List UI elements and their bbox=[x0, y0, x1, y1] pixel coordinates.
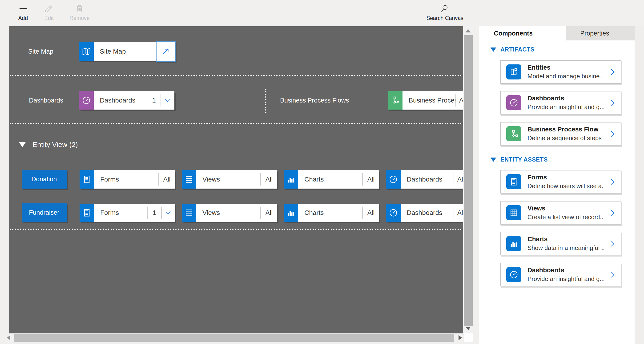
chevron-right-icon[interactable] bbox=[604, 99, 621, 107]
business-process-flow-card[interactable]: Business Proces... All bbox=[388, 91, 463, 110]
component-card-desc: Model and manage busine... bbox=[528, 73, 604, 80]
chevron-down-icon[interactable] bbox=[161, 96, 174, 104]
component-card-dashboards-asset[interactable]: Dashboards Provide an insightful and g..… bbox=[500, 263, 621, 286]
views-card-fundraiser[interactable]: Views All bbox=[182, 204, 277, 222]
card-value: All bbox=[454, 176, 463, 183]
chevron-right-icon[interactable] bbox=[604, 271, 621, 279]
views-card-donation[interactable]: Views All bbox=[182, 170, 277, 189]
gauge-icon bbox=[506, 267, 521, 282]
component-card-title: Entities bbox=[528, 64, 604, 71]
designer-canvas: Site Map Site Map Dashboards Dashboards … bbox=[9, 26, 463, 334]
panel-tabbar: Components Properties bbox=[479, 26, 644, 40]
scroll-up-arrow[interactable] bbox=[466, 29, 471, 32]
chevron-right-icon[interactable] bbox=[604, 209, 621, 217]
card-title: Charts bbox=[298, 209, 362, 217]
map-icon bbox=[79, 42, 94, 61]
component-card-title: Dashboards bbox=[528, 95, 604, 102]
component-card-views[interactable]: Views Create a list view of record... bbox=[500, 201, 621, 225]
forms-card-fundraiser[interactable]: Forms 1 bbox=[80, 204, 175, 222]
artifacts-section-header[interactable]: ARTIFACTS bbox=[490, 46, 534, 53]
component-card-desc: Define how users will see a... bbox=[528, 182, 604, 190]
entity-view-header[interactable]: Entity View (2) bbox=[19, 141, 78, 149]
chevron-down-icon[interactable] bbox=[162, 209, 175, 217]
bar-chart-icon bbox=[284, 204, 298, 222]
card-title: Dashboards bbox=[400, 176, 454, 183]
gauge-icon bbox=[79, 91, 94, 110]
search-canvas-label: Search Canvas bbox=[426, 15, 463, 21]
dotted-separator bbox=[9, 229, 463, 230]
bar-chart-icon bbox=[506, 236, 521, 251]
dashboards-row-label: Dashboards bbox=[29, 97, 63, 104]
component-card-desc: Provide an insightful and g... bbox=[528, 275, 604, 283]
card-value: All bbox=[363, 176, 379, 183]
scrollbar-corner bbox=[464, 334, 473, 342]
entity-button-fundraiser[interactable]: Fundraiser bbox=[22, 203, 66, 222]
form-icon bbox=[506, 174, 521, 189]
card-value: All bbox=[363, 209, 379, 217]
component-card-title: Charts bbox=[528, 236, 604, 243]
card-value: All bbox=[159, 176, 175, 183]
card-value: All bbox=[261, 176, 277, 183]
triangle-down-icon bbox=[490, 47, 496, 52]
edit-button[interactable]: Edit bbox=[39, 2, 59, 25]
scroll-left-arrow[interactable] bbox=[7, 335, 10, 340]
component-card-forms[interactable]: Forms Define how users will see a... bbox=[500, 170, 621, 194]
add-button[interactable]: Add bbox=[13, 2, 33, 25]
open-site-map-button[interactable] bbox=[156, 41, 176, 62]
vertical-scroll-thumb[interactable] bbox=[464, 35, 473, 326]
chevron-right-icon[interactable] bbox=[604, 240, 621, 248]
triangle-down-icon bbox=[490, 158, 496, 162]
scroll-down-arrow[interactable] bbox=[466, 327, 471, 330]
tab-components[interactable]: Components bbox=[479, 26, 566, 40]
card-value: 1 bbox=[148, 209, 161, 217]
remove-label: Remove bbox=[70, 15, 90, 21]
chevron-right-icon[interactable] bbox=[604, 130, 621, 138]
entity-assets-section-header[interactable]: ENTITY ASSETS bbox=[490, 156, 548, 163]
edit-label: Edit bbox=[44, 15, 54, 21]
flow-icon bbox=[388, 91, 402, 110]
gauge-icon bbox=[386, 170, 400, 189]
dashboards-card-fundraiser[interactable]: Dashboards All bbox=[386, 204, 463, 222]
canvas-horizontal-scrollbar[interactable] bbox=[5, 334, 463, 342]
section-header-label: ENTITY ASSETS bbox=[500, 156, 548, 163]
dotted-separator bbox=[9, 123, 463, 124]
component-card-title: Forms bbox=[528, 174, 604, 181]
card-title: Dashboards bbox=[400, 209, 454, 217]
canvas-vertical-scrollbar[interactable] bbox=[464, 26, 473, 334]
components-panel: Components Properties ARTIFACTS Entities… bbox=[479, 26, 644, 344]
dashboards-card[interactable]: Dashboards 1 bbox=[79, 91, 174, 110]
triangle-down-icon bbox=[19, 142, 26, 147]
component-card-desc: Create a list view of record... bbox=[528, 214, 604, 221]
chevron-right-icon[interactable] bbox=[604, 68, 621, 76]
component-card-business-process-flow[interactable]: Business Process Flow Define a sequence … bbox=[500, 122, 621, 146]
horizontal-scroll-thumb[interactable] bbox=[14, 334, 454, 342]
form-icon bbox=[80, 170, 94, 189]
entity-button-donation[interactable]: Donation bbox=[22, 170, 66, 189]
remove-button[interactable]: Remove bbox=[67, 2, 92, 25]
component-card-entities[interactable]: Entities Model and manage busine... bbox=[500, 60, 621, 84]
dashboards-card-donation[interactable]: Dashboards All bbox=[386, 170, 463, 189]
panel-scroll-gutter[interactable] bbox=[634, 26, 644, 344]
tab-properties[interactable]: Properties bbox=[566, 26, 634, 40]
card-value: All bbox=[261, 209, 277, 217]
card-title: Views bbox=[196, 176, 260, 183]
dotted-vertical-divider bbox=[265, 88, 266, 113]
entity-button-label: Donation bbox=[31, 176, 57, 183]
card-title: Views bbox=[196, 209, 260, 217]
charts-card-fundraiser[interactable]: Charts All bbox=[284, 204, 379, 222]
site-map-card[interactable]: Site Map bbox=[79, 42, 174, 61]
component-card-dashboards[interactable]: Dashboards Provide an insightful and g..… bbox=[500, 91, 621, 114]
forms-card-donation[interactable]: Forms All bbox=[80, 170, 175, 189]
component-card-charts[interactable]: Charts Show data in a meaningful ... bbox=[500, 232, 621, 255]
card-value: All bbox=[454, 209, 463, 217]
entity-view-label: Entity View (2) bbox=[32, 141, 78, 149]
scroll-right-arrow[interactable] bbox=[458, 335, 462, 340]
component-card-title: Views bbox=[528, 205, 604, 212]
flow-icon bbox=[506, 126, 521, 141]
grid-icon bbox=[182, 170, 196, 189]
chevron-right-icon[interactable] bbox=[604, 178, 621, 186]
charts-card-donation[interactable]: Charts All bbox=[284, 170, 379, 189]
search-canvas-button[interactable]: Search Canvas bbox=[424, 2, 466, 25]
section-header-label: ARTIFACTS bbox=[500, 46, 534, 53]
card-title: Charts bbox=[298, 176, 362, 183]
